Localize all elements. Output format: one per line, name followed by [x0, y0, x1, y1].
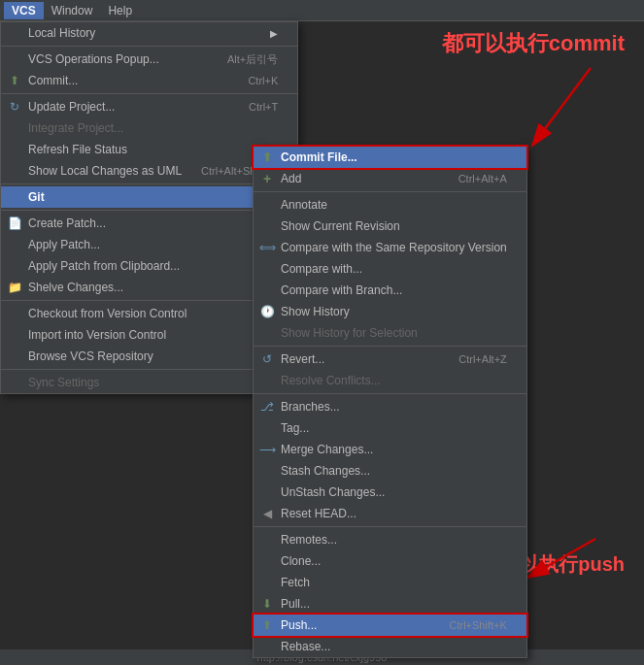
- commit-file-label: Commit File...: [281, 150, 357, 164]
- menu-item-resolve-conflicts[interactable]: Resolve Conflicts...: [254, 370, 526, 391]
- menu-item-commit[interactable]: ⬆ Commit... Ctrl+K: [1, 70, 297, 91]
- menu-item-clone[interactable]: Clone...: [254, 550, 526, 572]
- menubar-help[interactable]: Help: [100, 2, 140, 19]
- sync-settings-label: Sync Settings: [28, 376, 99, 389]
- vcs-operations-shortcut: Alt+后引号: [208, 52, 278, 67]
- merge-changes-label: Merge Changes...: [281, 443, 373, 456]
- menu-item-vcs-operations[interactable]: VCS Operations Popup... Alt+后引号: [1, 49, 297, 70]
- menu-item-rebase[interactable]: Rebase...: [254, 636, 526, 657]
- menu-item-compare-branch[interactable]: Compare with Branch...: [254, 280, 526, 301]
- git-submenu: ⬆ Commit File... + Add Ctrl+Alt+A Annota…: [253, 146, 527, 658]
- update-project-label: Update Project...: [28, 100, 115, 114]
- revert-icon: ↺: [259, 351, 275, 367]
- menu-item-show-history[interactable]: 🕐 Show History: [254, 301, 526, 322]
- menu-item-local-history[interactable]: Local History ▶: [1, 22, 297, 44]
- menubar-window[interactable]: Window: [44, 2, 101, 19]
- menu-item-tag[interactable]: Tag...: [254, 417, 526, 439]
- merge-icon: ⟶: [259, 442, 275, 457]
- commit-icon: ⬆: [7, 73, 22, 88]
- unstash-changes-label: UnStash Changes...: [281, 485, 385, 499]
- top-annotation: 都可以执行commit: [442, 29, 625, 58]
- clone-label: Clone...: [281, 554, 321, 568]
- fetch-label: Fetch: [281, 576, 310, 589]
- push-shortcut: Ctrl+Shift+K: [429, 619, 506, 631]
- reset-head-label: Reset HEAD...: [281, 507, 356, 520]
- menu-item-commit-file[interactable]: ⬆ Commit File...: [254, 147, 526, 168]
- commit-label: Commit...: [28, 74, 78, 87]
- checkout-label: Checkout from Version Control: [28, 307, 186, 320]
- compare-same-repo-label: Compare with the Same Repository Version: [281, 241, 507, 254]
- menu-item-push[interactable]: ⬆ Push... Ctrl+Shift+K: [254, 615, 526, 636]
- compare-icon: ⟺: [259, 240, 275, 255]
- git-label: Git: [28, 190, 45, 204]
- annotate-label: Annotate: [281, 198, 327, 212]
- separator: [254, 393, 526, 394]
- branches-label: Branches...: [281, 400, 340, 414]
- remotes-label: Remotes...: [281, 533, 337, 547]
- menu-item-add[interactable]: + Add Ctrl+Alt+A: [254, 168, 526, 189]
- stash-changes-label: Stash Changes...: [281, 464, 370, 478]
- menu-item-unstash-changes[interactable]: UnStash Changes...: [254, 482, 526, 503]
- vcs-dropdown: Local History ▶ VCS Operations Popup... …: [0, 21, 298, 394]
- menu-item-annotate[interactable]: Annotate: [254, 194, 526, 216]
- menu-item-stash-changes[interactable]: Stash Changes...: [254, 460, 526, 482]
- refresh-file-status-label: Refresh File Status: [28, 143, 127, 156]
- separator: [1, 46, 297, 47]
- add-label: Add: [281, 172, 301, 185]
- separator: [254, 346, 526, 347]
- menu-item-pull[interactable]: ⬇ Pull...: [254, 593, 526, 615]
- shelve-icon: 📁: [7, 280, 22, 295]
- import-label: Import into Version Control: [28, 328, 166, 342]
- compare-with-label: Compare with...: [281, 262, 362, 276]
- menu-item-remotes[interactable]: Remotes...: [254, 529, 526, 550]
- reset-icon: ◀: [259, 506, 275, 521]
- show-current-revision-label: Show Current Revision: [281, 219, 400, 233]
- menu-item-update-project[interactable]: ↻ Update Project... Ctrl+T: [1, 96, 297, 117]
- patch-icon: 📄: [7, 216, 22, 231]
- revert-label: Revert...: [281, 352, 324, 366]
- push-icon: ⬆: [259, 617, 275, 633]
- svg-line-3: [527, 539, 595, 578]
- pull-icon: ⬇: [259, 596, 275, 612]
- add-shortcut: Ctrl+Alt+A: [439, 173, 507, 184]
- commit-file-icon: ⬆: [259, 150, 275, 165]
- menu-item-fetch[interactable]: Fetch: [254, 572, 526, 593]
- menu-item-integrate-project[interactable]: Integrate Project...: [1, 117, 297, 139]
- submenu-arrow: ▶: [270, 28, 278, 39]
- browse-vcs-label: Browse VCS Repository: [28, 349, 153, 363]
- apply-patch-label: Apply Patch...: [28, 238, 100, 251]
- resolve-conflicts-label: Resolve Conflicts...: [281, 374, 381, 387]
- vcs-operations-label: VCS Operations Popup...: [28, 52, 159, 66]
- menu-item-reset-head[interactable]: ◀ Reset HEAD...: [254, 503, 526, 524]
- menu-item-show-history-selection[interactable]: Show History for Selection: [254, 322, 526, 344]
- local-history-label: Local History: [28, 26, 95, 40]
- menu-item-show-current-revision[interactable]: Show Current Revision: [254, 216, 526, 237]
- show-local-changes-label: Show Local Changes as UML: [28, 164, 182, 178]
- shelve-changes-label: Shelve Changes...: [28, 281, 123, 294]
- apply-patch-clipboard-label: Apply Patch from Clipboard...: [28, 259, 180, 273]
- separator: [254, 191, 526, 192]
- svg-line-1: [532, 68, 591, 146]
- history-icon: 🕐: [259, 304, 275, 319]
- top-arrow: [513, 58, 629, 175]
- menubar: VCS Window Help: [0, 0, 644, 21]
- integrate-project-label: Integrate Project...: [28, 121, 123, 135]
- update-project-shortcut: Ctrl+T: [229, 101, 278, 113]
- compare-branch-label: Compare with Branch...: [281, 283, 402, 297]
- menu-item-branches[interactable]: ⎇ Branches...: [254, 396, 526, 417]
- menu-item-compare-same-repo[interactable]: ⟺ Compare with the Same Repository Versi…: [254, 237, 526, 258]
- menu-item-revert[interactable]: ↺ Revert... Ctrl+Alt+Z: [254, 349, 526, 370]
- menu-item-merge-changes[interactable]: ⟶ Merge Changes...: [254, 439, 526, 460]
- menu-item-compare-with[interactable]: Compare with...: [254, 258, 526, 280]
- create-patch-label: Create Patch...: [28, 216, 106, 230]
- separator: [1, 93, 297, 94]
- tag-label: Tag...: [281, 421, 309, 435]
- branches-icon: ⎇: [259, 399, 275, 415]
- separator: [254, 526, 526, 527]
- show-history-label: Show History: [281, 305, 350, 318]
- menubar-vcs[interactable]: VCS: [4, 2, 44, 19]
- commit-shortcut: Ctrl+K: [228, 75, 278, 86]
- push-label: Push...: [281, 618, 317, 632]
- revert-shortcut: Ctrl+Alt+Z: [439, 353, 507, 365]
- update-icon: ↻: [7, 99, 22, 115]
